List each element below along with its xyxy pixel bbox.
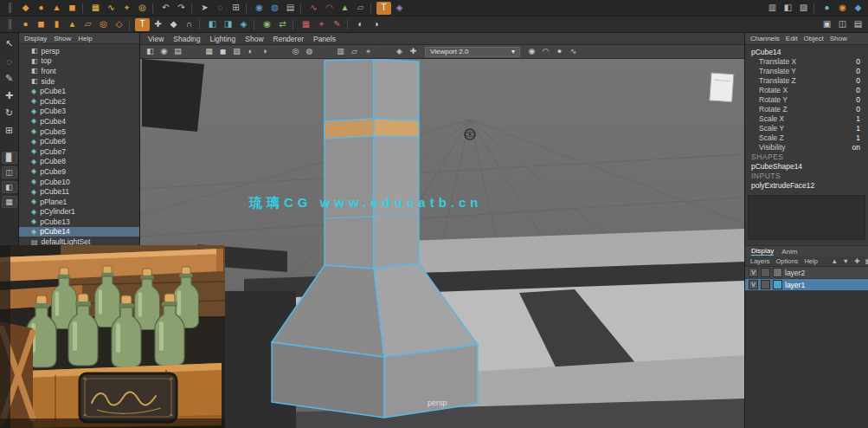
bridge-icon[interactable]: ∩ [182,18,196,31]
outliner-item[interactable]: ◈ pCube4 [19,116,139,126]
shelf-icon[interactable] [384,18,819,31]
poly-sphere-icon[interactable]: ● [34,2,48,15]
status-icon[interactable] [246,3,249,14]
new-empty-layer-icon[interactable]: ✚ [852,257,862,266]
outliner-item[interactable]: ◈ pCube1 [19,86,139,96]
channel-row[interactable]: Rotate Y 0 [745,94,868,104]
outliner-item[interactable]: ◈ pCube8 [19,157,139,167]
viewport-menu-item[interactable]: Shading [173,35,200,43]
outliner-item[interactable]: ◧ front [19,66,139,76]
ambient-occlusion-icon[interactable]: ● [553,46,566,57]
camera-attributes-icon[interactable]: ▤ [171,46,184,57]
status-icon[interactable] [82,3,86,14]
lasso-tool[interactable]: ◌ [2,54,17,68]
panel-grip[interactable]: ║ [3,2,17,15]
history-toggle-icon[interactable]: ▥ [765,2,780,15]
field-chart-icon[interactable]: ✚ [407,46,420,57]
channel-row[interactable]: SHAPES [745,152,868,161]
channel-row[interactable]: INPUTS [745,171,868,180]
layer-color-swatch[interactable] [773,280,782,289]
channel-value[interactable]: 0 [856,95,860,104]
snap-curve-icon[interactable]: ∿ [104,2,119,15]
xray-icon[interactable]: ◍ [303,46,316,57]
shelf-icon[interactable] [347,19,350,30]
layer-menu-item[interactable]: Help [804,257,817,265]
uv-editor-icon[interactable]: ▱ [353,2,368,15]
outliner-menu-item[interactable]: Help [78,35,92,42]
channel-row[interactable]: Scale X 1 [745,113,868,123]
tool-icon[interactable] [2,140,17,149]
layer-editor-tab[interactable]: Anim [781,248,797,256]
image-plane-card[interactable] [710,73,734,102]
sculpt-tool-icon[interactable]: ▲ [338,2,352,15]
bevel-icon[interactable]: ◆ [166,18,181,31]
outliner-item[interactable]: ◈ pCube5 [19,126,139,137]
layer-display-type-toggle[interactable] [761,268,770,277]
viewport-menu-item[interactable]: Lighting [209,35,235,43]
select-camera-icon[interactable]: ◧ [144,46,157,57]
curve-tool-icon[interactable]: ∿ [306,2,321,15]
shelf-grip[interactable]: ║ [3,18,17,31]
viewport-menu-item[interactable]: Show [245,35,263,43]
outliner-item[interactable]: ◈ pCube3 [19,107,139,117]
lighting-icon[interactable]: ◐ [244,46,257,57]
status-icon[interactable] [191,3,195,14]
outliner-menu-item[interactable]: Show [54,35,71,42]
layer-visibility-toggle[interactable]: V [749,268,758,277]
layout-single-pane-button[interactable]: ▉ [2,152,17,164]
layer-row[interactable]: V layer1 [745,279,868,291]
workspace-icon[interactable]: ● [820,2,834,15]
paint-select-tool[interactable]: ✎ [2,71,17,86]
viewport-menu-item[interactable]: Panels [313,35,336,43]
poly-cone-icon[interactable]: ▲ [49,2,64,15]
gate-mask-icon[interactable]: ◈ [393,46,406,57]
channel-value[interactable]: 0 [856,86,860,94]
redo-icon[interactable]: ↷ [174,2,189,15]
viewport-toolbar-icon[interactable] [318,46,331,57]
render-settings-icon[interactable]: ▤ [283,2,298,15]
channel-row[interactable]: Scale Y 1 [745,123,868,133]
move-tool[interactable]: ✚ [2,88,17,103]
move-layer-up-icon[interactable]: ▲ [830,257,839,266]
outliner-item[interactable]: ◈ pCube14 [19,227,139,237]
channel-row[interactable]: polyExtrudeFace12 [745,180,868,190]
outliner-item[interactable]: ◈ pCube10 [19,177,139,187]
layer-visibility-toggle[interactable]: V [749,280,758,289]
channel-value[interactable]: 1 [856,114,860,123]
target-weld-icon[interactable]: ⌖ [314,18,329,31]
layout-outliner-persp-button[interactable]: ◧ [2,181,17,193]
type-tool-icon[interactable]: T [135,18,150,31]
layer-color-swatch[interactable] [773,268,782,277]
channel-row[interactable]: Rotate Z 0 [745,104,868,113]
film-gate-icon[interactable]: ▱ [348,46,361,57]
layout-four-pane-button[interactable]: ◫ [2,166,17,178]
wireframe-icon[interactable]: ▦ [203,46,215,57]
outliner-item[interactable]: ◈ pCube7 [19,146,139,157]
smooth-mesh-icon[interactable]: ◉ [260,18,274,31]
outliner-item[interactable]: ◈ pCube11 [19,186,139,197]
poly-plane-icon[interactable]: ◼ [65,2,80,15]
wireframe-shade-icon[interactable]: ◑ [369,18,383,31]
lock-camera-icon[interactable]: ◉ [158,46,170,57]
channel-value[interactable]: on [852,143,860,152]
quad-draw-icon[interactable]: ▦ [299,18,313,31]
cone-icon[interactable]: ▲ [65,18,80,31]
sphere-icon[interactable]: ● [18,18,33,31]
channel-row[interactable]: Visibility on [745,142,868,152]
account-icon[interactable]: ◉ [835,2,850,15]
disc-icon[interactable]: ◇ [112,18,126,31]
construction-plane-icon[interactable]: ◧ [781,2,795,15]
highlight-mode-icon[interactable]: ⊞ [228,2,243,15]
shadows-icon[interactable]: ◑ [258,46,271,57]
isolate-select-icon[interactable]: ◎ [289,46,302,57]
layer-display-type-toggle[interactable] [761,280,770,289]
exposure-icon[interactable]: ◉ [525,46,538,57]
status-icon[interactable] [408,2,764,15]
snap-plane-icon[interactable]: ◎ [135,2,150,15]
multi-cut-icon[interactable]: ✚ [151,18,165,31]
lasso-mode-icon[interactable]: ◌ [213,2,228,15]
help-icon[interactable]: ◆ [851,2,865,15]
channel-row[interactable]: pCubeShape14 [745,161,868,171]
shaded-icon[interactable]: ◼ [216,46,229,57]
outliner-item[interactable]: ◧ top [19,56,139,67]
